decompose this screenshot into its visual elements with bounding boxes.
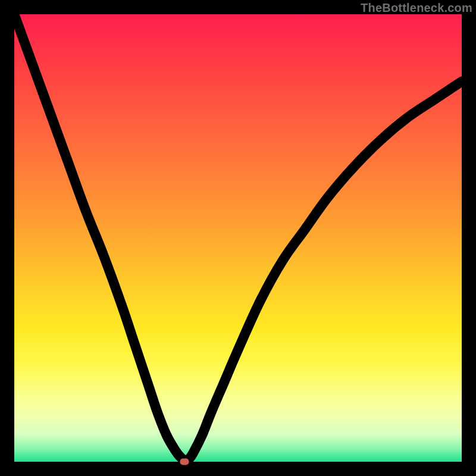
bottleneck-curve [14, 14, 462, 462]
chart-frame [14, 14, 462, 462]
curve-path [14, 14, 462, 460]
minimum-marker [180, 459, 189, 465]
watermark-text: TheBottleneck.com [361, 1, 472, 15]
